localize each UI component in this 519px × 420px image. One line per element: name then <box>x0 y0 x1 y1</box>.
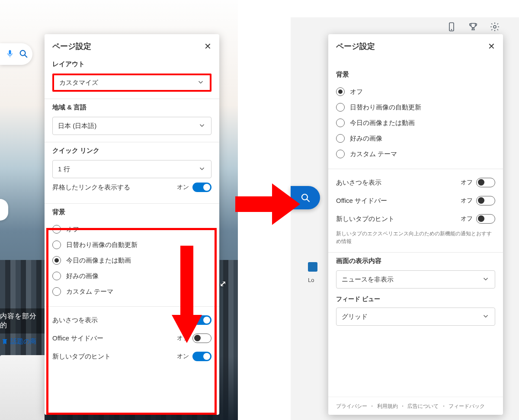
app-tile-fragment <box>308 262 317 272</box>
trending-link-text: 話題の商 <box>10 337 36 346</box>
trending-link[interactable]: 話題の商 <box>0 337 45 346</box>
canvas: 4 ページ設定 ✕ レイアウト カスタマイズ 地域 & 言語 日本 (日本語) <box>0 0 519 420</box>
scroll-down-arrow <box>172 246 202 345</box>
radio-label: 好みの画像 <box>66 272 99 280</box>
page-settings-panel-left: ページ設定 ✕ レイアウト カスタマイズ 地域 & 言語 日本 (日本語) クイ… <box>45 34 219 415</box>
transition-arrow-icon <box>235 183 300 225</box>
section-title-feed-view: フィード ビュー <box>336 295 495 303</box>
toggle-switch[interactable] <box>476 214 495 224</box>
toggle-switch[interactable] <box>476 178 495 187</box>
chevron-down-icon <box>198 165 206 174</box>
search-tab <box>0 43 32 65</box>
toggle-state-text: オフ <box>461 215 473 223</box>
mobile-icon[interactable] <box>446 22 457 33</box>
chevron-down-icon <box>482 275 490 284</box>
section-title-screen-content: 画面の表示内容 <box>336 257 495 265</box>
footer-link[interactable]: 利用規約 <box>377 403 398 409</box>
toggle-label: 昇格したリンクを表示する <box>52 183 130 192</box>
radio-circle-icon <box>336 103 345 112</box>
overlay-caption: 内容を部分的 <box>0 308 45 333</box>
toggle-row: 新しいタブのヒントオフ <box>336 210 495 228</box>
radio-circle-icon <box>336 119 345 127</box>
dropdown-value: 1 行 <box>58 165 70 173</box>
section-title-region: 地域 & 言語 <box>52 103 211 112</box>
chevron-down-icon <box>482 312 490 321</box>
topbar-right <box>446 22 500 33</box>
gear-icon[interactable] <box>490 22 500 33</box>
radio-circle-icon <box>336 87 345 96</box>
svg-line-1 <box>25 55 27 57</box>
radio-circle-icon <box>52 287 61 296</box>
toggle-row: あいさつを表示オフ <box>336 173 495 192</box>
hint-text: 新しいタブのエクスペリエンス向上のための新機能の通知とおすすめ情報 <box>336 230 495 245</box>
section-title-layout: レイアウト <box>52 60 211 68</box>
radio-label: 日替わり画像の自動更新 <box>350 103 421 112</box>
radio-option[interactable]: オフ <box>52 221 211 237</box>
close-icon[interactable]: ✕ <box>204 42 211 51</box>
toggle-state-text: オン <box>177 353 189 360</box>
dropdown-value: カスタマイズ <box>59 79 98 87</box>
footer-link[interactable]: フィードバック <box>449 403 485 409</box>
radio-label: 日替わり画像の自動更新 <box>66 241 138 249</box>
close-icon[interactable]: ✕ <box>488 42 495 51</box>
section-title-quicklinks: クイック リンク <box>52 147 211 155</box>
toggle-state-text: オン <box>177 183 189 191</box>
dropdown-value: ニュースを非表示 <box>342 276 394 284</box>
radio-option[interactable]: 日替わり画像の自動更新 <box>336 99 495 115</box>
content-display-dropdown[interactable]: ニュースを非表示 <box>336 270 495 289</box>
radio-circle-icon <box>52 225 61 234</box>
footer-link[interactable]: 広告について <box>407 403 439 409</box>
microphone-icon[interactable] <box>6 49 14 59</box>
panel-scroll[interactable]: レイアウト カスタマイズ 地域 & 言語 日本 (日本語) クイック リンク 1… <box>45 56 219 415</box>
radio-label: カスタム テーマ <box>66 288 113 296</box>
region-dropdown[interactable]: 日本 (日本語) <box>52 117 211 135</box>
toggle-row: Office サイドバーオフ <box>336 192 495 210</box>
toggle-label: 新しいタブのヒント <box>52 353 111 361</box>
fragment-text: Lo <box>308 277 314 283</box>
feed-view-dropdown[interactable]: グリッド <box>336 308 495 326</box>
page-settings-panel-right: ページ設定 ✕ 背景 オフ日替わり画像の自動更新今日の画像または動画好みの画像カ… <box>328 34 503 415</box>
svg-rect-12 <box>235 196 274 212</box>
svg-line-11 <box>307 199 310 202</box>
panel-title: ページ設定 <box>336 41 375 51</box>
trophy-icon[interactable] <box>468 22 478 33</box>
dropdown-value: グリッド <box>342 313 368 321</box>
radio-circle-icon <box>52 256 61 265</box>
radio-option[interactable]: 好みの画像 <box>336 131 495 146</box>
chevron-down-icon <box>198 122 206 131</box>
promoted-links-toggle-row: 昇格したリンクを表示する オン <box>52 178 211 196</box>
radio-option[interactable]: 今日の画像または動画 <box>336 115 495 131</box>
toggle-label: Office サイドバー <box>52 334 103 343</box>
search-icon[interactable] <box>19 49 28 60</box>
panel-title: ページ設定 <box>52 41 91 51</box>
radio-label: 今日の画像または動画 <box>66 256 131 265</box>
section-title-background: 背景 <box>52 208 211 216</box>
dropdown-value: 日本 (日本語) <box>58 122 96 130</box>
section-title-background: 背景 <box>336 71 495 79</box>
radio-label: カスタム テーマ <box>350 150 397 158</box>
radio-option[interactable]: オフ <box>336 84 495 99</box>
product-image-blur <box>0 355 45 420</box>
footer-link[interactable]: プライバシー <box>336 403 367 409</box>
toggle-switch[interactable] <box>476 196 495 205</box>
radio-circle-icon <box>336 134 345 143</box>
toggle-state-text: オフ <box>461 197 473 205</box>
toggle-switch[interactable] <box>192 352 211 361</box>
quicklinks-dropdown[interactable]: 1 行 <box>52 160 211 178</box>
panel-scroll[interactable]: 背景 オフ日替わり画像の自動更新今日の画像または動画好みの画像カスタム テーマ … <box>328 56 503 397</box>
chevron-down-icon <box>197 78 205 87</box>
footer-links: プライバシー ・ 利用規約 ・ 広告について ・ フィードバック <box>328 397 503 415</box>
radio-option[interactable]: カスタム テーマ <box>336 146 495 162</box>
toggle-label: 新しいタブのヒント <box>336 215 394 223</box>
svg-marker-13 <box>272 183 300 225</box>
radio-label: オフ <box>66 225 79 234</box>
expand-icon[interactable]: ⤢ <box>220 279 226 289</box>
toggle-row: 新しいタブのヒントオン <box>52 347 211 365</box>
radio-label: オフ <box>350 88 363 96</box>
radio-circle-icon <box>336 150 345 158</box>
radio-circle-icon <box>52 272 61 280</box>
svg-point-9 <box>493 26 496 28</box>
search-bubble-fragment <box>0 199 8 221</box>
layout-dropdown[interactable]: カスタマイズ <box>52 74 211 92</box>
toggle-switch[interactable] <box>192 183 211 192</box>
